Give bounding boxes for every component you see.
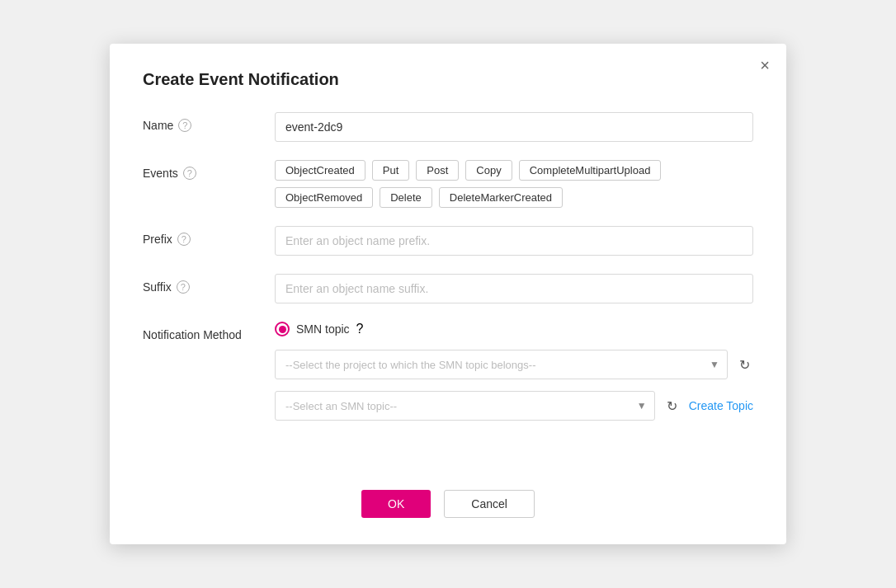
project-select-row: --Select the project to which the SMN to… (275, 350, 753, 379)
dialog-title: Create Event Notification (143, 70, 753, 89)
name-input[interactable] (275, 112, 753, 142)
event-tag: Post (416, 160, 459, 181)
suffix-label: Suffix ? (143, 274, 275, 294)
event-tag: DeleteMarkerCreated (439, 187, 563, 208)
create-topic-link[interactable]: Create Topic (689, 399, 753, 412)
prefix-label: Prefix ? (143, 226, 275, 246)
create-event-notification-dialog: × Create Event Notification Name ? Event… (110, 44, 786, 544)
smn-select-wrap: --Select an SMN topic-- ▼ (275, 391, 655, 421)
project-refresh-button[interactable]: ↻ (736, 354, 753, 376)
event-tag: Copy (465, 160, 512, 181)
prefix-control (275, 226, 753, 256)
dialog-footer: OK Cancel (143, 482, 753, 518)
events-help-icon[interactable]: ? (183, 167, 196, 180)
prefix-help-icon[interactable]: ? (177, 233, 191, 246)
event-tag: Delete (380, 187, 432, 208)
event-tag: CompleteMultipartUpload (519, 160, 662, 181)
smn-refresh-icon: ↻ (667, 398, 677, 414)
ok-button[interactable]: OK (361, 490, 431, 518)
events-label: Events ? (143, 160, 275, 180)
project-select[interactable]: --Select the project to which the SMN to… (275, 350, 728, 379)
smn-topic-help-icon[interactable]: ? (356, 322, 364, 336)
close-button[interactable]: × (760, 57, 770, 73)
suffix-help-icon[interactable]: ? (177, 280, 190, 294)
event-tag: ObjectCreated (275, 160, 365, 181)
events-row: Events ? ObjectCreatedPutPostCopyComplet… (143, 160, 753, 208)
event-tag: ObjectRemoved (275, 187, 373, 208)
notification-method-row: Notification Method SMN topic ? --Select… (143, 322, 753, 432)
project-refresh-icon: ↻ (739, 357, 750, 373)
cancel-button[interactable]: Cancel (444, 490, 535, 518)
name-control (275, 112, 753, 142)
name-row: Name ? (143, 112, 753, 142)
project-select-wrap: --Select the project to which the SMN to… (275, 350, 728, 379)
smn-topic-row: SMN topic ? (275, 322, 753, 336)
event-tag: Put (372, 160, 410, 181)
events-wrap: ObjectCreatedPutPostCopyCompleteMultipar… (275, 160, 753, 208)
suffix-input[interactable] (275, 274, 753, 303)
radio-dot-inner (279, 326, 286, 333)
notification-method-label: Notification Method (143, 322, 275, 341)
name-help-icon[interactable]: ? (178, 119, 191, 132)
smn-select-row: --Select an SMN topic-- ▼ ↻ Create Topic (275, 391, 753, 421)
suffix-control (275, 274, 753, 303)
events-control: ObjectCreatedPutPostCopyCompleteMultipar… (275, 160, 753, 208)
prefix-input[interactable] (275, 226, 753, 256)
name-label: Name ? (143, 112, 275, 132)
smn-topic-radio[interactable] (275, 322, 290, 336)
smn-topic-label: SMN topic (296, 322, 350, 336)
notification-method-control: SMN topic ? --Select the project to whic… (275, 322, 753, 432)
smn-refresh-button[interactable]: ↻ (663, 395, 681, 417)
suffix-row: Suffix ? (143, 274, 753, 303)
smn-select[interactable]: --Select an SMN topic-- (275, 391, 655, 421)
prefix-row: Prefix ? (143, 226, 753, 256)
